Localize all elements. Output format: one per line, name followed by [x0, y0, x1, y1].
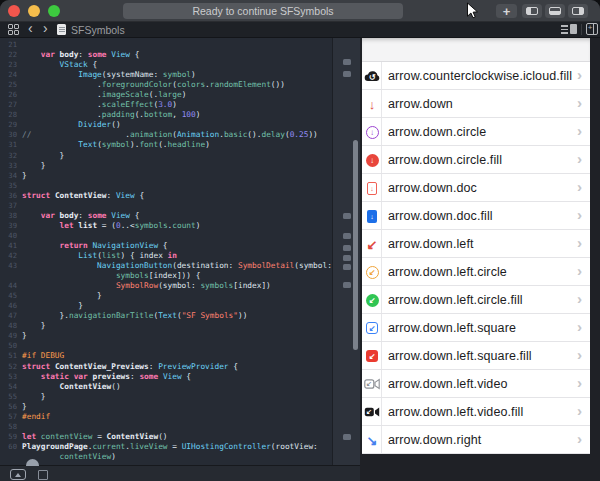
- editor-scrollbar[interactable]: [353, 140, 358, 350]
- row-divider: [381, 62, 382, 89]
- chevron-right-icon: ›: [577, 290, 582, 307]
- arrow-down-circle-fill-icon: ↓: [363, 146, 381, 174]
- chevron-right-icon: ›: [577, 234, 582, 251]
- code-line: 27 .scaleEffect(3.0): [0, 100, 332, 110]
- line-number: 26: [0, 90, 17, 100]
- symbol-row[interactable]: ↓arrow.down.doc›: [362, 174, 590, 202]
- line-number: 38: [0, 211, 17, 221]
- breadcrumb[interactable]: SFSymbols: [71, 24, 125, 36]
- chevron-right-icon: ›: [577, 150, 582, 167]
- code-line: 35: [0, 181, 332, 191]
- symbol-row[interactable]: ↙arrow.down.left.circle.fill›: [362, 286, 590, 314]
- symbol-name: arrow.down.circle: [388, 118, 486, 145]
- arrow-down-left-square-icon: ↙: [363, 314, 381, 342]
- playground-window: Ready to continue SFSymbols + ‹ › SFSymb…: [0, 0, 600, 481]
- result-toggle-button[interactable]: [343, 213, 351, 219]
- symbol-row[interactable]: ↙arrow.down.left.circle›: [362, 258, 590, 286]
- line-number: 43: [0, 261, 17, 271]
- symbol-row[interactable]: ↓arrow.down.doc.fill›: [362, 202, 590, 230]
- toggle-debug-area-button[interactable]: [545, 4, 565, 18]
- row-divider: [381, 258, 382, 285]
- toggle-inspector-button[interactable]: [568, 4, 588, 18]
- result-toggle-button[interactable]: [343, 233, 351, 239]
- code-line: 22 var body: some View {: [0, 50, 332, 60]
- code-line: 21: [0, 40, 332, 50]
- symbol-row[interactable]: ↓arrow.down.circle.fill›: [362, 146, 590, 174]
- code-line: 24 Image(systemName: symbol): [0, 70, 332, 80]
- line-number: 42: [0, 251, 17, 261]
- line-number: 22: [0, 50, 17, 60]
- symbol-row[interactable]: ↙arrow.down.left›: [362, 230, 590, 258]
- chevron-right-icon: ›: [577, 346, 582, 363]
- symbol-row[interactable]: ↓arrow.down›: [362, 90, 590, 118]
- code-line: 30// .animation(Animation.basic().delay(…: [0, 130, 332, 140]
- code-line: 44 SymbolRow(symbol: symbols[index]): [0, 281, 332, 291]
- symbol-name: arrow.down.left: [388, 230, 474, 257]
- instant-run-icon[interactable]: [10, 469, 26, 480]
- chevron-right-icon: ›: [577, 206, 582, 223]
- symbol-name: arrow.down.doc.fill: [388, 202, 493, 229]
- code-line: 52struct ContentView_Previews: PreviewPr…: [0, 362, 332, 372]
- arrow-down-circle-icon: ↓: [363, 118, 381, 146]
- toggle-navigator-button[interactable]: [522, 4, 542, 18]
- code-line: 51#if DEBUG: [0, 351, 332, 361]
- result-toggle-button[interactable]: [343, 59, 351, 65]
- row-divider: [381, 426, 382, 453]
- result-toggle-button[interactable]: [343, 264, 351, 270]
- show-results-icon[interactable]: [561, 24, 577, 35]
- result-toggle-button[interactable]: [343, 71, 351, 77]
- code-line: 57#endif: [0, 412, 332, 422]
- result-toggle-button[interactable]: [343, 434, 351, 440]
- panel-right-icon: [572, 7, 584, 15]
- symbol-row[interactable]: ↙arrow.down.left.video.fill›: [362, 398, 590, 426]
- forward-button[interactable]: ›: [43, 20, 48, 36]
- close-button[interactable]: [8, 5, 20, 17]
- code-editor[interactable]: 2122 var body: some View {23 VStack {24 …: [0, 38, 360, 481]
- arrow-down-left-circle-icon: ↙: [363, 258, 381, 286]
- row-divider: [381, 370, 382, 397]
- line-number: 36: [0, 191, 17, 201]
- code-line: 34}: [0, 171, 332, 181]
- minimize-button[interactable]: [28, 5, 40, 17]
- arrow-down-left-icon: ↙: [363, 230, 381, 258]
- code-line: 37: [0, 201, 332, 211]
- code-line: 42 List(list) { index in: [0, 251, 332, 261]
- symbol-row[interactable]: ↺arrow.counterclockwise.icloud.fill›: [362, 62, 590, 90]
- chevron-right-icon: ›: [577, 66, 582, 83]
- stop-icon[interactable]: [38, 470, 48, 480]
- code-line: 38 var body: some View {: [0, 211, 332, 221]
- symbol-row[interactable]: ↘arrow.down.right›: [362, 426, 590, 454]
- line-number: 21: [0, 40, 17, 50]
- result-toggle-button[interactable]: [343, 282, 351, 288]
- symbol-row[interactable]: ↓arrow.down.circle›: [362, 118, 590, 146]
- symbol-row[interactable]: ↙arrow.down.left.square›: [362, 314, 590, 342]
- symbol-name: arrow.counterclockwise.icloud.fill: [388, 62, 572, 89]
- run-to-line-handle[interactable]: [26, 459, 39, 466]
- arrow-down-left-square-fill-icon: ↙: [363, 342, 381, 370]
- symbol-name: arrow.down.doc: [388, 174, 477, 201]
- arrow-down-right-icon: ↘: [363, 426, 381, 454]
- symbol-row[interactable]: ↙arrow.down.left.square.fill›: [362, 342, 590, 370]
- line-number: 51: [0, 351, 17, 361]
- symbol-row[interactable]: ↙arrow.down.left.video›: [362, 370, 590, 398]
- line-number: 44: [0, 281, 17, 291]
- chevron-right-icon: ›: [577, 430, 582, 447]
- code-line: 23 VStack {: [0, 60, 332, 70]
- arrow-down-doc-fill-icon: ↓: [363, 202, 381, 230]
- source-code[interactable]: 2122 var body: some View {23 VStack {24 …: [0, 38, 332, 465]
- symbol-name: arrow.down.right: [388, 426, 481, 453]
- zoom-button[interactable]: [48, 5, 60, 17]
- tab-overview-icon[interactable]: [8, 24, 19, 35]
- code-line: 53 static var previews: some View {: [0, 372, 332, 382]
- line-number: 23: [0, 60, 17, 70]
- line-number: 28: [0, 110, 17, 120]
- result-toggle-button[interactable]: [343, 245, 351, 251]
- line-number: 50: [0, 341, 17, 351]
- result-toggle-button[interactable]: [343, 255, 351, 261]
- arrow-down-left-video-icon: ↙: [363, 370, 381, 398]
- line-number: 40: [0, 231, 17, 241]
- code-line: 33 }: [0, 161, 332, 171]
- back-button[interactable]: ‹: [28, 20, 33, 36]
- editor-options-icon[interactable]: +: [586, 23, 598, 35]
- new-playground-page-button[interactable]: +: [496, 4, 517, 18]
